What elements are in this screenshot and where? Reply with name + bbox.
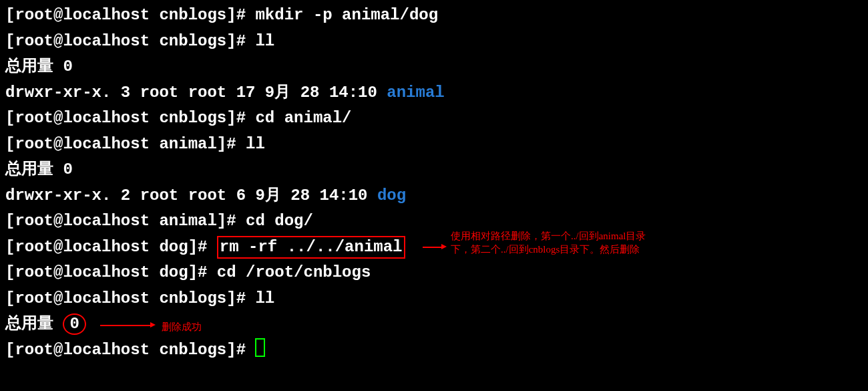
total-label: 总用量 <box>5 57 63 76</box>
terminal-line: [root@localhost cnblogs]# ll <box>5 286 863 312</box>
shell-prompt: [root@localhost animal]# <box>5 212 246 230</box>
annotation-delete-success: 删除成功 <box>162 320 202 334</box>
shell-prompt: [root@localhost dog]# <box>5 238 217 256</box>
command-text: cd /root/cnblogs <box>217 263 371 281</box>
total-value: 0 <box>63 57 72 76</box>
command-text: cd animal/ <box>255 109 351 127</box>
terminal-line: [root@localhost dog]# cd /root/cnblogs <box>5 260 863 286</box>
shell-prompt: [root@localhost cnblogs]# <box>5 32 255 50</box>
terminal-line: [root@localhost animal]# cd dog/ <box>5 209 863 235</box>
command-text: ll <box>255 32 274 50</box>
terminal-line: [root@localhost animal]# ll <box>5 132 863 158</box>
annotation-arrow <box>423 247 441 248</box>
command-text: ll <box>246 135 265 153</box>
shell-prompt: [root@localhost cnblogs]# <box>5 289 255 307</box>
annotation-arrow <box>100 325 150 326</box>
terminal-line: 总用量 0 <box>5 54 863 80</box>
shell-prompt: [root@localhost dog]# <box>5 263 217 281</box>
annotation-arrow-head-icon <box>441 244 447 249</box>
highlighted-command-box: rm -rf ../../animal <box>217 236 405 259</box>
terminal-line: drwxr-xr-x. 2 root root 6 9月 28 14:10 do… <box>5 183 863 209</box>
shell-prompt: [root@localhost cnblogs]# <box>5 109 255 127</box>
total-label: 总用量 <box>5 315 63 333</box>
command-text: mkdir -p animal/dog <box>255 6 438 24</box>
ls-entry-prefix: drwxr-xr-x. 3 root root 17 9月 28 14:10 <box>5 84 387 102</box>
command-text: cd dog/ <box>246 212 313 230</box>
terminal-line: [root@localhost cnblogs]# <box>5 338 863 364</box>
total-value: 0 <box>69 315 79 333</box>
command-text: ll <box>255 289 274 307</box>
annotation-arrow-head-icon <box>150 322 156 328</box>
shell-prompt: [root@localhost animal]# <box>5 135 246 153</box>
terminal-line: [root@localhost cnblogs]# mkdir -p anima… <box>5 3 863 29</box>
annotation-rm-explanation: 使用相对路径删除，第一个../回到animal目录下，第二个../回到cnblo… <box>451 229 664 256</box>
total-value: 0 <box>63 160 72 178</box>
ls-entry-prefix: drwxr-xr-x. 2 root root 6 9月 28 14:10 <box>5 186 377 205</box>
directory-name: dog <box>377 186 406 205</box>
terminal-line: [root@localhost cnblogs]# cd animal/ <box>5 106 863 132</box>
terminal-line: drwxr-xr-x. 3 root root 17 9月 28 14:10 a… <box>5 80 863 106</box>
terminal-line: [root@localhost cnblogs]# ll <box>5 29 863 55</box>
directory-name: animal <box>387 84 444 102</box>
terminal-line: 总用量 0 <box>5 157 863 183</box>
shell-prompt: [root@localhost cnblogs]# <box>5 341 255 359</box>
total-label: 总用量 <box>5 160 63 178</box>
shell-prompt: [root@localhost cnblogs]# <box>5 6 255 24</box>
command-text: rm -rf ../../animal <box>220 238 403 256</box>
highlighted-zero-ellipse: 0 <box>63 313 85 335</box>
terminal-cursor[interactable] <box>255 338 265 357</box>
